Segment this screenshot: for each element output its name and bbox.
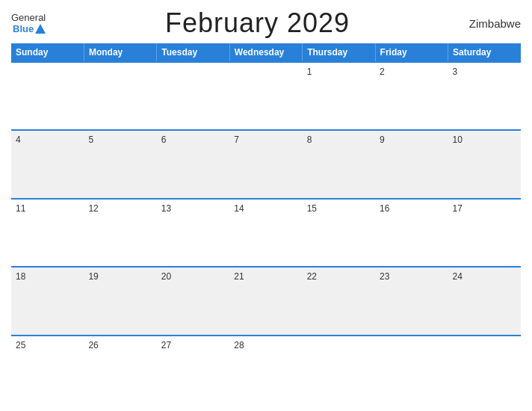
weekday-thursday: Thursday (303, 43, 375, 62)
calendar-cell (157, 62, 229, 130)
calendar-week-row: 25262728 (11, 336, 521, 404)
logo-triangle-icon (35, 24, 46, 34)
calendar-cell: 6 (157, 130, 229, 198)
calendar-cell: 10 (448, 130, 521, 198)
calendar-cell: 22 (303, 267, 375, 335)
day-number: 1 (307, 67, 312, 77)
day-number: 22 (307, 271, 317, 282)
weekday-monday: Monday (84, 43, 156, 62)
day-number: 16 (380, 203, 389, 214)
calendar-cell (375, 336, 448, 404)
day-number: 28 (234, 340, 244, 350)
day-number: 9 (380, 135, 385, 145)
day-number: 13 (161, 203, 171, 214)
weekday-friday: Friday (375, 43, 448, 62)
calendar-cell: 27 (157, 336, 229, 404)
calendar-cell (229, 62, 302, 130)
calendar-cell: 21 (229, 267, 302, 335)
day-number: 6 (161, 135, 167, 145)
day-number: 19 (88, 271, 98, 282)
calendar-cell: 13 (157, 199, 229, 267)
calendar-cell (448, 336, 521, 404)
weekday-tuesday: Tuesday (157, 43, 229, 62)
calendar-week-row: 45678910 (11, 130, 521, 198)
day-number: 23 (380, 271, 389, 282)
calendar-cell: 26 (84, 336, 156, 404)
calendar-cell: 8 (303, 130, 375, 198)
day-number: 2 (380, 67, 385, 77)
calendar-cell: 16 (375, 199, 448, 267)
calendar-cell: 17 (448, 199, 521, 267)
calendar-week-row: 11121314151617 (11, 199, 521, 267)
calendar-cell: 28 (229, 336, 302, 404)
calendar-cell: 5 (84, 130, 156, 198)
day-number: 24 (453, 271, 463, 282)
day-number: 10 (453, 135, 463, 145)
calendar-cell: 11 (11, 199, 84, 267)
day-number: 3 (453, 67, 458, 77)
calendar-cell: 7 (229, 130, 302, 198)
weekday-wednesday: Wednesday (229, 43, 302, 62)
calendar-cell: 25 (11, 336, 84, 404)
calendar-cell: 20 (157, 267, 229, 335)
calendar-header: General Blue February 2029 Zimbabwe (11, 7, 521, 39)
day-number: 5 (88, 135, 93, 145)
day-number: 4 (16, 135, 21, 145)
calendar-cell: 14 (229, 199, 302, 267)
weekday-sunday: Sunday (11, 43, 84, 62)
day-number: 25 (16, 340, 25, 350)
calendar-cell: 2 (375, 62, 448, 130)
day-number: 26 (88, 340, 98, 350)
calendar-cell: 15 (303, 199, 375, 267)
calendar-cell: 12 (84, 199, 156, 267)
calendar-cell: 3 (448, 62, 521, 130)
calendar-cell (84, 62, 156, 130)
logo-blue-text: Blue (13, 23, 34, 34)
calendar-week-row: 18192021222324 (11, 267, 521, 335)
calendar-title: February 2029 (165, 7, 350, 39)
day-number: 27 (161, 340, 171, 350)
logo: General Blue (11, 12, 46, 34)
calendar-cell: 24 (448, 267, 521, 335)
day-number: 7 (234, 135, 239, 145)
calendar-cell: 4 (11, 130, 84, 198)
day-number: 12 (88, 203, 98, 214)
calendar-cell (303, 336, 375, 404)
calendar-table: Sunday Monday Tuesday Wednesday Thursday… (11, 43, 521, 404)
day-number: 15 (307, 203, 317, 214)
day-number: 14 (234, 203, 244, 214)
weekday-saturday: Saturday (448, 43, 521, 62)
day-number: 11 (16, 203, 25, 214)
calendar-cell: 18 (11, 267, 84, 335)
calendar-cell: 19 (84, 267, 156, 335)
day-number: 17 (453, 203, 463, 214)
day-number: 18 (16, 271, 25, 282)
logo-general-text: General (11, 12, 46, 23)
calendar-cell (11, 62, 84, 130)
calendar-cell: 23 (375, 267, 448, 335)
country-label: Zimbabwe (469, 17, 521, 30)
day-number: 20 (161, 271, 171, 282)
day-number: 8 (307, 135, 312, 145)
calendar-week-row: 123 (11, 62, 521, 130)
calendar-cell: 9 (375, 130, 448, 198)
weekday-header-row: Sunday Monday Tuesday Wednesday Thursday… (11, 43, 521, 62)
calendar-cell: 1 (303, 62, 375, 130)
day-number: 21 (234, 271, 244, 282)
